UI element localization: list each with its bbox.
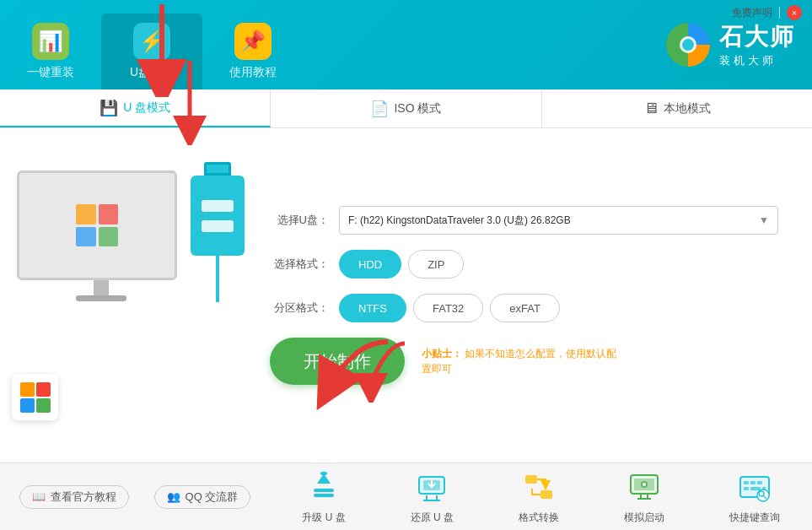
svg-rect-9 [314, 489, 334, 492]
brand-text: 石大师 装机大师 [719, 21, 795, 68]
svg-rect-24 [744, 481, 749, 484]
nav-tabs: 📊 一键重装 ⚡ U盘启动 📌 使用教程 [0, 0, 304, 89]
svg-rect-26 [757, 481, 762, 484]
svg-point-2 [682, 39, 694, 51]
tool-restore[interactable]: 还原 U 盘 [411, 468, 454, 525]
tool-upgrade-label: 升级 U 盘 [302, 511, 345, 525]
partition-exfat-btn[interactable]: exFAT [490, 294, 560, 322]
tool-format-label: 格式转换 [519, 511, 559, 525]
mode-tab-iso-label: ISO 模式 [394, 101, 441, 116]
select-udisk-row: 选择U盘： F: (h22) KingstonDataTraveler 3.0 … [270, 206, 778, 235]
partition-fat32-btn[interactable]: FAT32 [413, 294, 483, 322]
tool-format[interactable]: 格式转换 [519, 468, 559, 525]
dropdown-arrow-icon: ▼ [759, 214, 769, 226]
tutorial-link[interactable]: 📖 查看官方教程 [19, 485, 129, 509]
partition-ntfs-btn[interactable]: NTFS [339, 294, 406, 322]
format-icon [520, 468, 557, 506]
controls: 选择U盘： F: (h22) KingstonDataTraveler 3.0 … [270, 206, 812, 385]
udisk-mode-icon: 💾 [99, 99, 118, 117]
svg-rect-25 [750, 481, 756, 484]
start-btn-row: 开始制作 小贴士： 如果不知道怎么配置，使用默认配置即可 [270, 338, 778, 385]
tutorial-link-icon: 📖 [32, 490, 46, 503]
tab-reinstall[interactable]: 📊 一键重装 [0, 14, 101, 89]
tab-ustart[interactable]: ⚡ U盘启动 [101, 14, 202, 89]
local-mode-icon: 🖥 [643, 100, 659, 117]
tool-restore-label: 还原 U 盘 [411, 511, 454, 525]
hint-label: 小贴士： [422, 348, 462, 360]
main-content: 选择U盘： F: (h22) KingstonDataTraveler 3.0 … [0, 128, 812, 462]
tab-tutorial-label: 使用教程 [229, 65, 277, 80]
svg-rect-12 [320, 472, 327, 475]
svg-rect-17 [540, 490, 552, 499]
illustration [0, 145, 270, 446]
format-btn-group: HDD ZIP [339, 250, 464, 279]
udisk-dropdown[interactable]: F: (h22) KingstonDataTraveler 3.0 (U盘) 2… [339, 206, 778, 235]
tab-reinstall-label: 一键重装 [27, 65, 74, 80]
mode-tab-local-label: 本地模式 [664, 101, 711, 116]
bottom-left: 📖 查看官方教程 👥 QQ 交流群 [0, 485, 270, 509]
brand-logo [665, 22, 711, 68]
tool-simulate-label: 模拟启动 [624, 511, 664, 525]
svg-rect-16 [525, 475, 537, 484]
upgrade-icon [305, 468, 342, 506]
start-button[interactable]: 开始制作 [270, 338, 405, 385]
mode-tab-udisk-label: U 盘模式 [123, 100, 170, 116]
monitor [17, 170, 186, 306]
partition-label: 分区格式： [270, 300, 329, 316]
usb-illustration [191, 162, 245, 302]
tutorial-icon: 📌 [234, 23, 272, 60]
format-row: 选择格式： HDD ZIP [270, 250, 778, 279]
brand: 石大师 装机大师 [665, 21, 795, 68]
tool-upgrade[interactable]: 升级 U 盘 [302, 468, 345, 525]
tab-tutorial[interactable]: 📌 使用教程 [202, 14, 304, 89]
tab-ustart-label: U盘启动 [130, 65, 174, 80]
select-udisk-label: 选择U盘： [270, 213, 329, 228]
header: 📊 一键重装 ⚡ U盘启动 📌 使用教程 石大师 装机大师 [0, 0, 812, 89]
reinstall-icon: 📊 [32, 23, 69, 60]
bottom-toolbar: 📖 查看官方教程 👥 QQ 交流群 升级 U 盘 [0, 462, 812, 530]
format-zip-btn[interactable]: ZIP [408, 250, 464, 279]
mode-tab-local[interactable]: 🖥 本地模式 [542, 89, 812, 127]
udisk-dropdown-value: F: (h22) KingstonDataTraveler 3.0 (U盘) 2… [348, 214, 571, 228]
svg-rect-10 [314, 494, 334, 497]
shortcut-icon [736, 468, 773, 506]
qq-link-icon: 👥 [167, 490, 180, 503]
partition-row: 分区格式： NTFS FAT32 exFAT [270, 294, 778, 322]
format-hdd-btn[interactable]: HDD [339, 250, 401, 279]
mode-tab-iso[interactable]: 📄 ISO 模式 [271, 89, 541, 127]
bottom-tools: 升级 U 盘 还原 U 盘 [270, 468, 812, 525]
simulate-icon [626, 468, 663, 506]
tutorial-link-label: 查看官方教程 [51, 489, 116, 505]
close-button[interactable]: × [787, 5, 802, 20]
svg-point-22 [643, 483, 646, 486]
tool-shortcut-label: 快捷键查询 [729, 511, 780, 525]
svg-rect-28 [750, 487, 761, 490]
hint: 小贴士： 如果不知道怎么配置，使用默认配置即可 [422, 346, 624, 376]
iso-mode-icon: 📄 [370, 100, 389, 118]
ustart-icon: ⚡ [133, 23, 170, 60]
mode-tab-udisk[interactable]: 💾 U 盘模式 [0, 89, 271, 127]
tool-simulate[interactable]: 模拟启动 [624, 468, 664, 525]
brand-name: 石大师 [719, 21, 795, 53]
partition-btn-group: NTFS FAT32 exFAT [339, 294, 560, 322]
windows-logo-overlay [12, 374, 58, 420]
qq-link[interactable]: 👥 QQ 交流群 [154, 485, 251, 509]
qq-link-label: QQ 交流群 [186, 489, 239, 505]
free-notice: 免费声明 [732, 6, 772, 20]
tool-shortcut[interactable]: 快捷键查询 [729, 468, 780, 525]
format-label: 选择格式： [270, 257, 329, 272]
mode-tabs: 💾 U 盘模式 📄 ISO 模式 🖥 本地模式 [0, 89, 812, 128]
restore-icon [413, 468, 450, 506]
svg-rect-27 [744, 487, 749, 490]
brand-sub: 装机大师 [719, 53, 795, 68]
